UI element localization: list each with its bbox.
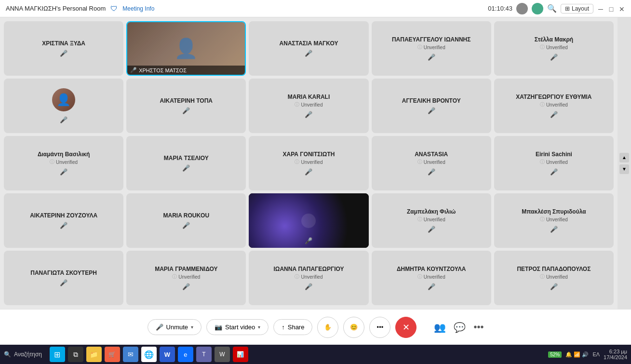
- folder-icon: 📁: [90, 351, 98, 358]
- unverified-badge: ⓘUnverified: [50, 159, 78, 165]
- unverified-badge: ⓘUnverified: [295, 159, 322, 165]
- participant-name: Eirini Sachini: [534, 151, 574, 158]
- taskbar-task-view[interactable]: ⧉: [68, 347, 83, 362]
- participant-name: Διαμάντη Βασιλική: [36, 151, 92, 158]
- info-icon: ⓘ: [295, 159, 299, 165]
- info-icon: ⓘ: [540, 101, 545, 108]
- unmute-button[interactable]: 🎤 Unmute ▾: [148, 319, 202, 335]
- start-video-button[interactable]: 📷 Start video ▾: [206, 319, 269, 335]
- unverified-badge: ⓘUnverified: [540, 216, 568, 223]
- unmute-dropdown-arrow[interactable]: ▾: [191, 324, 193, 330]
- end-call-button[interactable]: ✕: [395, 317, 416, 338]
- participant-tile[interactable]: ΑΓΓΕΛΙΚΗ ΒΡΟΝΤΟΥ🎤: [372, 79, 491, 133]
- participant-tile[interactable]: ΠΕΤΡΟΣ ΠΑΠΑΔΟΠΟΥΛΟΣⓘUnverified🎤: [494, 251, 614, 305]
- share-label: Share: [288, 324, 305, 331]
- participant-tile[interactable]: 👤 🎤 ΧΡΗΣΤΟΣ ΜΑΤΣΟΣ: [126, 21, 246, 76]
- scroll-up-button[interactable]: ▲: [619, 153, 629, 162]
- participant-tile[interactable]: Διαμάντη ΒασιλικήⓘUnverified🎤: [4, 136, 123, 190]
- participant-tile[interactable]: MARIA KARALIⓘUnverified🎤: [249, 79, 368, 133]
- participant-tile[interactable]: ΑΙΚΑΤΕΡΙΝΗ ΖΟΥΖΟΥΛΑ🎤: [4, 193, 123, 248]
- unverified-badge: ⓘUnverified: [295, 101, 322, 108]
- participant-name: Ζαμπελάκη Φιλιώ: [405, 208, 458, 215]
- mute-icon: 🎤: [305, 283, 312, 290]
- mail-icon: ✉: [128, 351, 134, 358]
- video-dropdown-arrow[interactable]: ▾: [258, 324, 260, 330]
- app-red-icon: 📊: [237, 351, 244, 358]
- scroll-down-button[interactable]: ▼: [619, 164, 629, 174]
- participant-tile[interactable]: ΜΑΡΙΑ ΤΣΕΛΙΟΥ🎤: [126, 136, 246, 190]
- participants-icon[interactable]: 👥: [434, 322, 446, 333]
- participant-tile[interactable]: ΜΑΡΙΑ ΓΡΑΜΜΕΝΙΔΟΥⓘUnverified🎤: [126, 251, 246, 305]
- avatar-icon-1: [516, 3, 528, 14]
- taskbar: 🔍 Αναζήτηση ⊞ ⧉ 📁 🛒 ✉ 🌐 W e T W: [0, 345, 631, 364]
- taskbar-chrome[interactable]: 🌐: [141, 347, 157, 362]
- maximize-button[interactable]: □: [608, 5, 615, 12]
- start-video-label: Start video: [225, 324, 255, 331]
- info-icon: ⓘ: [540, 44, 545, 51]
- taskbar-mail[interactable]: ✉: [123, 347, 138, 362]
- participant-tile[interactable]: Eirini SachiniⓘUnverified🎤: [494, 136, 614, 190]
- participant-tile[interactable]: Ζαμπελάκη ΦιλιώⓘUnverified🎤: [372, 193, 491, 248]
- battery-display: 52%: [548, 351, 562, 357]
- participant-tile[interactable]: ΠΑΠΑΕΥΑΓΓΕΛΟΥ ΙΩΑΝΝΗΣⓘUnverified🎤: [372, 21, 491, 76]
- meeting-info[interactable]: Meeting Info: [122, 5, 154, 12]
- mute-icon: 🎤: [60, 168, 67, 175]
- taskbar-file-explorer[interactable]: 📁: [86, 347, 102, 362]
- participant-tile[interactable]: ΙΩΑΝΝΑ ΠΑΠΑΓΕΩΡΓΙΟΥⓘUnverified🎤: [249, 251, 368, 305]
- taskbar-word[interactable]: W: [160, 347, 175, 362]
- taskbar-store[interactable]: 🛒: [105, 347, 120, 362]
- participant-name: MARIA ROUKOU: [161, 212, 212, 219]
- chat-icon[interactable]: 💬: [454, 322, 466, 333]
- task-view-icon: ⧉: [73, 351, 78, 359]
- taskbar-app-red[interactable]: 📊: [233, 347, 248, 362]
- close-button[interactable]: ✕: [618, 5, 625, 12]
- participant-tile[interactable]: ΑΙΚΑΤΕΡΙΝΗ ΤΟΠΑ🎤: [126, 79, 246, 133]
- taskbar-teams[interactable]: T: [196, 347, 212, 362]
- share-icon: ↑: [282, 324, 285, 331]
- search-icon[interactable]: 🔍: [547, 4, 557, 13]
- taskbar-search-icon: 🔍: [4, 351, 11, 358]
- layout-button[interactable]: ⊞ Layout: [561, 4, 593, 13]
- time-display: 01:10:43: [488, 5, 512, 12]
- avatar-icon-2: [532, 3, 543, 14]
- info-icon: ⓘ: [540, 159, 545, 165]
- taskbar-app-w[interactable]: W: [215, 347, 230, 362]
- participant-tile[interactable]: 👤 🎤: [4, 79, 123, 133]
- participant-tile[interactable]: Μπακλέση ΣπυριδούλαⓘUnverified🎤: [494, 193, 614, 248]
- mute-icon: 🎤: [182, 222, 190, 229]
- participant-name: ΧΡΙΣΤΙΝΑ ΞΥΔΑ: [40, 40, 87, 47]
- participant-tile[interactable]: ΔΗΜΗΤΡΑ ΚΟΥΝΤΖΟΥΛΑⓘUnverified🎤: [372, 251, 491, 305]
- participant-tile[interactable]: ΠΑΝΑΓΙΩΤΑ ΣΚΟΥΤΕΡΗ🎤: [4, 251, 123, 305]
- video-grid: ΧΡΙΣΤΙΝΑ ΞΥΔΑ🎤 👤 🎤 ΧΡΗΣΤΟΣ ΜΑΤΣΟΣ ΑΝΑΣΤΑ…: [0, 17, 618, 309]
- reactions-button[interactable]: 😊: [343, 317, 364, 338]
- speaker-name: ΧΡΗΣΤΟΣ ΜΑΤΣΟΣ: [139, 67, 187, 73]
- taskbar-clock: 6:23 μμ 17/4/2024: [604, 349, 627, 360]
- share-button[interactable]: ↑ Share: [273, 319, 312, 335]
- unverified-label: Unverified: [56, 160, 78, 165]
- participant-tile[interactable]: ANASTASIAⓘUnverified🎤: [372, 136, 491, 190]
- more-options-button[interactable]: •••: [369, 317, 390, 338]
- taskbar-edge[interactable]: e: [178, 347, 193, 362]
- participant-name: ANASTASIA: [413, 151, 450, 158]
- grid-icon: ⊞: [565, 5, 570, 12]
- info-icon: ⓘ: [417, 159, 422, 165]
- taskbar-windows-button[interactable]: ⊞: [50, 347, 65, 362]
- unverified-badge: ⓘUnverified: [417, 44, 445, 51]
- participant-tile[interactable]: Στέλλα ΜακρήⓘUnverified🎤: [494, 21, 614, 76]
- raise-hand-button[interactable]: ✋: [317, 317, 338, 338]
- store-icon: 🛒: [108, 351, 116, 358]
- participant-tile[interactable]: ΑΝΑΣΤΑΣΙΑ ΜΑΓΚΟΥ🎤: [249, 21, 368, 76]
- participant-tile[interactable]: MARIA ROUKOU🎤: [126, 193, 246, 248]
- more-icon[interactable]: •••: [473, 322, 483, 333]
- minimize-button[interactable]: ─: [597, 5, 604, 12]
- main-area: ΧΡΙΣΤΙΝΑ ΞΥΔΑ🎤 👤 🎤 ΧΡΗΣΤΟΣ ΜΑΤΣΟΣ ΑΝΑΣΤΑ…: [0, 17, 631, 309]
- participant-name: ΜΑΡΙΑ ΓΡΑΜΜΕΝΙΔΟΥ: [153, 266, 219, 272]
- teams-icon: T: [202, 351, 205, 358]
- word-icon: W: [164, 351, 170, 358]
- participant-tile[interactable]: ΧΑΤΖΗΓΕΩΡΓΙΟΥ ΕΥΘΥΜΙΑⓘUnverified🎤: [494, 79, 614, 133]
- taskbar-apps: ⊞ ⧉ 📁 🛒 ✉ 🌐 W e T W 📊: [50, 347, 248, 362]
- participant-tile[interactable]: ΧΑΡΑ ΓΟΝΙΤΣΙΩΤΗⓘUnverified🎤: [249, 136, 368, 190]
- participant-tile[interactable]: ΧΡΙΣΤΙΝΑ ΞΥΔΑ🎤: [4, 21, 123, 76]
- participant-tile[interactable]: 🎤: [249, 193, 368, 248]
- taskbar-search[interactable]: 🔍 Αναζήτηση: [4, 351, 42, 358]
